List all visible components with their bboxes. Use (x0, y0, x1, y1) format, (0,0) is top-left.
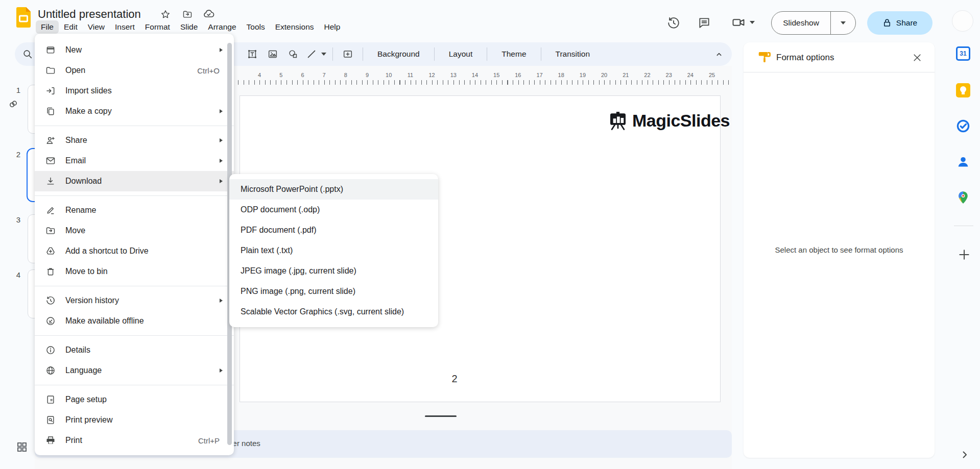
menu-item-download[interactable]: Download (35, 171, 234, 191)
folder-move-icon (45, 225, 56, 236)
info-icon (45, 344, 56, 356)
calendar-day: 31 (960, 50, 966, 57)
menu-item-label: Add a shortcut to Drive (65, 246, 149, 256)
submenu-arrow-icon (220, 179, 223, 183)
insert-placeholder-icon[interactable] (339, 45, 356, 63)
layout-button[interactable]: Layout (441, 46, 481, 62)
star-icon[interactable] (159, 8, 172, 20)
drive-shortcut-icon (45, 245, 56, 257)
menu-item-label: Version history (65, 296, 119, 305)
background-button[interactable]: Background (369, 46, 428, 62)
menu-item-language[interactable]: Language (35, 360, 234, 381)
ruler-number: 9 (356, 72, 378, 78)
text-box-icon[interactable] (244, 45, 261, 63)
menu-help[interactable]: Help (319, 20, 346, 34)
menu-item-open[interactable]: Open Ctrl+O (35, 60, 234, 81)
menu-item-jpeg[interactable]: JPEG image (.jpg, current slide) (229, 261, 438, 281)
meet-call-button[interactable] (731, 15, 755, 30)
ruler-number: 8 (335, 72, 356, 78)
menu-insert[interactable]: Insert (110, 20, 140, 34)
menu-item-move[interactable]: Move (35, 220, 234, 241)
ruler-number: 7 (314, 72, 335, 78)
folder-open-icon (45, 65, 56, 76)
transition-button[interactable]: Transition (547, 46, 598, 62)
menu-item-label: Download (65, 177, 102, 186)
chevron-down-icon (750, 21, 755, 24)
theme-button[interactable]: Theme (493, 46, 534, 62)
collapse-toolbar-icon[interactable] (710, 45, 728, 63)
google-contacts-icon[interactable] (955, 154, 971, 169)
ruler-number: 13 (443, 72, 464, 78)
slideshow-options-button[interactable] (831, 12, 855, 34)
menu-extensions[interactable]: Extensions (270, 20, 319, 34)
hide-side-panel-chevron-icon[interactable] (957, 447, 972, 462)
magicslides-logo: MagicSlides (608, 110, 730, 131)
menu-item-odp[interactable]: ODP document (.odp) (229, 200, 438, 220)
insert-image-icon[interactable] (264, 45, 281, 63)
grid-view-icon[interactable] (16, 441, 28, 453)
person-add-icon (45, 135, 56, 146)
get-add-ons-plus-icon[interactable] (957, 247, 972, 262)
line-options-chevron-icon[interactable] (321, 53, 326, 56)
menu-item-print[interactable]: Print Ctrl+P (35, 430, 234, 451)
menu-item-pptx[interactable]: Microsoft PowerPoint (.pptx) (229, 179, 438, 200)
menu-tools[interactable]: Tools (242, 20, 270, 34)
menu-edit[interactable]: Edit (59, 20, 83, 34)
menu-divider (35, 335, 234, 336)
insert-line-icon[interactable] (305, 45, 318, 63)
menu-item-email[interactable]: Email (35, 151, 234, 171)
menu-format[interactable]: Format (140, 20, 175, 34)
menu-item-make-a-copy[interactable]: Make a copy (35, 101, 234, 121)
menu-file[interactable]: File (36, 20, 59, 34)
menu-item-add-shortcut-to-drive[interactable]: Add a shortcut to Drive (35, 241, 234, 261)
menu-arrange[interactable]: Arrange (203, 20, 241, 34)
menu-view[interactable]: View (83, 20, 110, 34)
menu-item-new[interactable]: New (35, 40, 234, 60)
menu-item-label: Print (65, 436, 82, 445)
printer-icon (45, 435, 56, 446)
version-history-icon[interactable] (665, 14, 682, 32)
share-button[interactable]: Share (867, 11, 933, 35)
menu-item-pdf[interactable]: PDF document (.pdf) (229, 220, 438, 240)
menu-slide[interactable]: Slide (175, 20, 203, 34)
menu-item-make-available-offline[interactable]: Make available offline (35, 311, 234, 331)
menu-item-label: PNG image (.png, current slide) (241, 287, 355, 296)
ruler-number: 10 (378, 72, 399, 78)
ruler-number: 20 (593, 72, 615, 78)
download-icon (45, 176, 56, 187)
toolbar-separator (487, 47, 487, 61)
insert-shape-icon[interactable] (284, 45, 302, 63)
google-tasks-icon[interactable] (955, 118, 971, 134)
menu-item-print-preview[interactable]: Print preview (35, 410, 234, 430)
menu-item-rename[interactable]: Rename (35, 200, 234, 220)
horizontal-ruler: 4 5 6 7 8 9 10 11 12 13 14 15 16 17 18 1… (249, 72, 723, 78)
close-icon[interactable] (910, 51, 924, 65)
menu-divider (35, 286, 234, 286)
menu-item-txt[interactable]: Plain text (.txt) (229, 240, 438, 261)
menu-item-move-to-bin[interactable]: Move to bin (35, 261, 234, 282)
slides-logo-icon[interactable] (16, 7, 31, 28)
ruler-ticks (238, 80, 732, 85)
toolbar-separator (363, 47, 363, 61)
menu-item-details[interactable]: Details (35, 340, 234, 360)
toolbar-separator (332, 47, 333, 61)
move-to-folder-icon[interactable] (181, 8, 194, 20)
menu-item-page-setup[interactable]: Page setup (35, 389, 234, 410)
file-menu: New Open Ctrl+O Import slides Make a cop… (35, 34, 234, 455)
comments-icon[interactable] (696, 14, 713, 32)
cloud-saved-icon[interactable] (203, 8, 215, 20)
account-avatar[interactable] (952, 10, 973, 32)
menu-item-version-history[interactable]: Version history (35, 290, 234, 311)
notes-resize-handle[interactable] (425, 415, 457, 417)
menu-item-png[interactable]: PNG image (.png, current slide) (229, 281, 438, 302)
ruler-number: 17 (529, 72, 550, 78)
menu-item-import-slides[interactable]: Import slides (35, 81, 234, 101)
google-maps-icon[interactable] (955, 190, 971, 205)
slideshow-button[interactable]: Slideshow (772, 12, 831, 34)
google-keep-icon[interactable] (955, 83, 971, 98)
search-menus-icon[interactable] (19, 45, 36, 63)
google-calendar-icon[interactable]: 31 (955, 46, 971, 61)
menu-item-svg[interactable]: Scalable Vector Graphics (.svg, current … (229, 302, 438, 322)
document-title[interactable]: Untitled presentation (38, 8, 141, 21)
menu-item-share[interactable]: Share (35, 130, 234, 151)
